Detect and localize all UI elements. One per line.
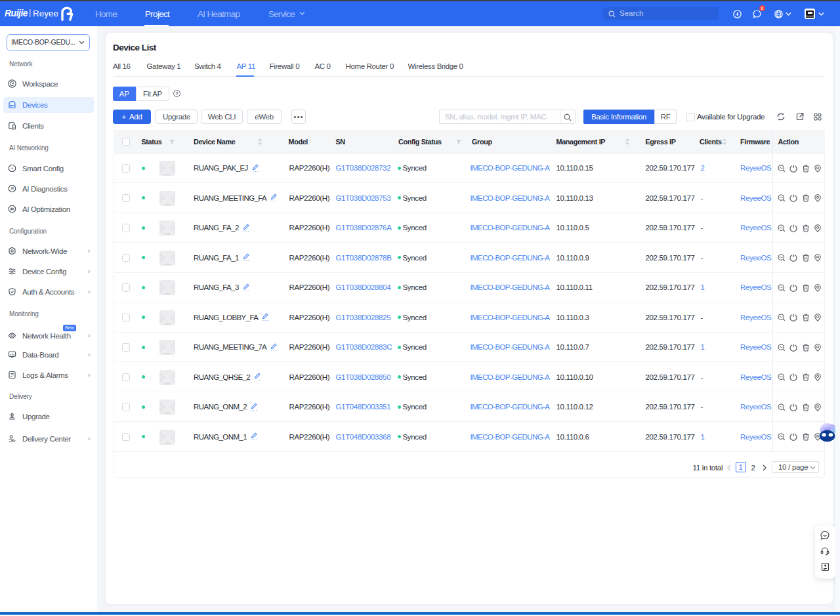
svg-text:AI: AI [11,187,14,190]
